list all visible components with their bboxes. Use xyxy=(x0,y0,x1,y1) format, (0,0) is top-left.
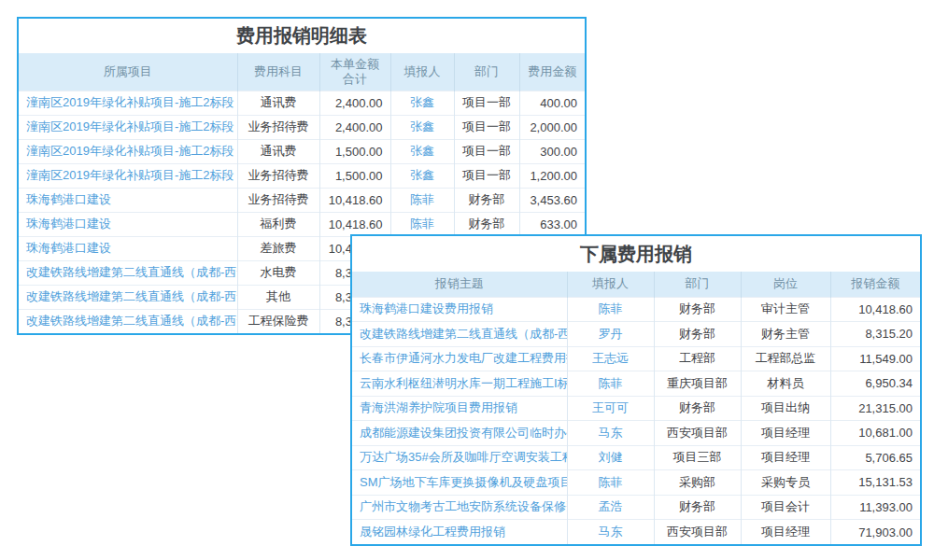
table-cell: 项目会计 xyxy=(741,495,830,520)
column-header: 所属项目 xyxy=(19,53,237,91)
table-row: 改建铁路线增建第二线直通线（成都-西安）罗丹财务部财务主管8,315.20 xyxy=(352,322,920,347)
reporter-link[interactable]: 马东 xyxy=(599,426,623,440)
table-row: 潼南区2019年绿化补贴项目-施工2标段业务招待费2,400.00张鑫项目一部2… xyxy=(19,115,585,139)
table-cell: 潼南区2019年绿化补贴项目-施工2标段 xyxy=(19,163,237,188)
subject-link[interactable]: 广州市文物考古工地安防系统设备保修费用报销 xyxy=(360,499,567,513)
table-cell: 11,549.00 xyxy=(830,346,920,371)
table-cell: 1,500.00 xyxy=(319,139,390,163)
column-header: 部门 xyxy=(654,272,741,297)
table-cell: 晟铭园林绿化工程费用报销 xyxy=(352,520,567,545)
reporter-link[interactable]: 张鑫 xyxy=(410,144,434,158)
table-cell: 2,000.00 xyxy=(519,115,585,139)
table-cell: 10,681.00 xyxy=(830,421,920,446)
subject-link[interactable]: 晟铭园林绿化工程费用报销 xyxy=(360,525,505,539)
table-cell: 王可可 xyxy=(567,396,654,421)
table-cell: 10,418.60 xyxy=(830,297,920,322)
subject-link[interactable]: 云南水利枢纽潜明水库一期工程施工I标费用报销 xyxy=(360,376,567,390)
table-cell: 71,903.00 xyxy=(830,520,920,545)
subject-link[interactable]: 改建铁路线增建第二线直通线（成都-西安） xyxy=(360,327,567,341)
table-cell: 633.00 xyxy=(519,212,585,236)
table-cell: 张鑫 xyxy=(390,91,454,115)
table-row: 万达广场35#会所及咖啡厅空调安装工程费用报销刘健项目三部项目经理5,706.6… xyxy=(352,445,920,470)
table-cell: 项目一部 xyxy=(454,91,519,115)
reporter-link[interactable]: 陈菲 xyxy=(599,301,623,315)
table-cell: 马东 xyxy=(567,421,654,446)
table-cell: 5,706.65 xyxy=(830,445,920,470)
table-cell: 潼南区2019年绿化补贴项目-施工2标段 xyxy=(19,139,237,163)
project-link[interactable]: 珠海鹤港口建设 xyxy=(26,192,111,206)
project-link[interactable]: 改建铁路线增建第二线直通线（成都-西安） xyxy=(26,289,237,303)
project-link[interactable]: 潼南区2019年绿化补贴项目-施工2标段 xyxy=(26,144,234,158)
table-cell: 张鑫 xyxy=(390,115,454,139)
reporter-link[interactable]: 王志远 xyxy=(592,351,629,365)
subject-link[interactable]: 青海洪湖养护院项目费用报销 xyxy=(360,400,517,414)
table-cell: 工程部 xyxy=(654,346,741,371)
column-header: 报销金额 xyxy=(830,272,920,297)
table-cell: 陈菲 xyxy=(567,470,654,496)
subject-link[interactable]: SM广场地下车库更换摄像机及硬盘项目费用报销 xyxy=(360,475,567,489)
table-cell: 1,500.00 xyxy=(319,163,390,188)
table-cell: 万达广场35#会所及咖啡厅空调安装工程费用报销 xyxy=(352,445,567,470)
table-row: 晟铭园林绿化工程费用报销马东西安项目部项目经理71,903.00 xyxy=(352,520,920,545)
table-cell: 改建铁路线增建第二线直通线（成都-西安） xyxy=(19,260,237,285)
table-cell: 2,400.00 xyxy=(319,91,390,115)
table-cell: 改建铁路线增建第二线直通线（成都-西安） xyxy=(19,309,237,333)
table-cell: 云南水利枢纽潜明水库一期工程施工I标费用报销 xyxy=(352,371,567,397)
table-cell: 工程部总监 xyxy=(741,346,830,371)
table-cell: 项目三部 xyxy=(654,445,741,470)
subject-link[interactable]: 长春市伊通河水力发电厂改建工程费用报销 xyxy=(360,351,567,365)
project-link[interactable]: 潼南区2019年绿化补贴项目-施工2标段 xyxy=(26,119,234,133)
reporter-link[interactable]: 马东 xyxy=(599,525,623,539)
column-header: 岗位 xyxy=(741,272,830,297)
table-cell: 通讯费 xyxy=(237,91,319,115)
table-cell: 通讯费 xyxy=(237,139,319,163)
project-link[interactable]: 改建铁路线增建第二线直通线（成都-西安） xyxy=(26,265,237,279)
reporter-link[interactable]: 陈菲 xyxy=(599,475,623,489)
project-link[interactable]: 珠海鹤港口建设 xyxy=(26,241,111,255)
table-cell: 潼南区2019年绿化补贴项目-施工2标段 xyxy=(19,91,237,115)
reporter-link[interactable]: 刘健 xyxy=(599,450,623,464)
subject-link[interactable]: 成都能源建设集团投资有限公司临时办公场地费用报销 xyxy=(360,426,567,440)
reporter-link[interactable]: 孟浩 xyxy=(599,499,623,513)
table-cell: 财务部 xyxy=(654,297,741,322)
subject-link[interactable]: 万达广场35#会所及咖啡厅空调安装工程费用报销 xyxy=(360,450,567,464)
project-link[interactable]: 潼南区2019年绿化补贴项目-施工2标段 xyxy=(26,95,234,109)
table-cell: 材料员 xyxy=(741,371,830,397)
table-cell: 项目经理 xyxy=(741,520,830,545)
table-cell: 2,400.00 xyxy=(319,115,390,139)
table-cell: 水电费 xyxy=(237,260,319,285)
reporter-link[interactable]: 张鑫 xyxy=(410,168,434,182)
table-cell: 8,315.20 xyxy=(830,322,920,347)
table-row: 广州市文物考古工地安防系统设备保修费用报销孟浩财务部项目会计11,393.00 xyxy=(352,495,920,520)
expense-detail-title: 费用报销明细表 xyxy=(19,19,585,53)
table-cell: 西安项目部 xyxy=(654,520,741,545)
table-cell: 重庆项目部 xyxy=(654,371,741,397)
table-row: 珠海鹤港口建设福利费10,418.60陈菲财务部633.00 xyxy=(19,212,585,236)
reporter-link[interactable]: 陈菲 xyxy=(410,192,434,206)
table-cell: 21,315.00 xyxy=(830,396,920,421)
project-link[interactable]: 改建铁路线增建第二线直通线（成都-西安） xyxy=(26,314,237,328)
reporter-link[interactable]: 张鑫 xyxy=(410,119,434,133)
table-cell: 改建铁路线增建第二线直通线（成都-西安） xyxy=(352,322,567,347)
table-cell: 珠海鹤港口建设 xyxy=(19,188,237,212)
table-cell: 项目经理 xyxy=(741,445,830,470)
table-cell: 业务招待费 xyxy=(237,188,319,212)
reporter-link[interactable]: 罗丹 xyxy=(599,327,623,341)
table-cell: 张鑫 xyxy=(390,139,454,163)
table-cell: 400.00 xyxy=(519,91,585,115)
project-link[interactable]: 珠海鹤港口建设 xyxy=(26,217,111,231)
subject-link[interactable]: 珠海鹤港口建设费用报销 xyxy=(360,301,493,315)
table-cell: 张鑫 xyxy=(390,163,454,188)
table-row: 云南水利枢纽潜明水库一期工程施工I标费用报销陈菲重庆项目部材料员6,950.34 xyxy=(352,371,920,397)
table-cell: 审计主管 xyxy=(741,297,830,322)
table-cell: 陈菲 xyxy=(390,188,454,212)
project-link[interactable]: 潼南区2019年绿化补贴项目-施工2标段 xyxy=(26,168,234,182)
table-cell: 财务部 xyxy=(654,495,741,520)
column-header: 填报人 xyxy=(390,53,454,91)
table-cell: 罗丹 xyxy=(567,322,654,347)
reporter-link[interactable]: 陈菲 xyxy=(599,376,623,390)
reporter-link[interactable]: 张鑫 xyxy=(410,95,434,109)
reporter-link[interactable]: 陈菲 xyxy=(410,217,434,231)
table-cell: 项目经理 xyxy=(741,421,830,446)
reporter-link[interactable]: 王可可 xyxy=(592,400,629,414)
